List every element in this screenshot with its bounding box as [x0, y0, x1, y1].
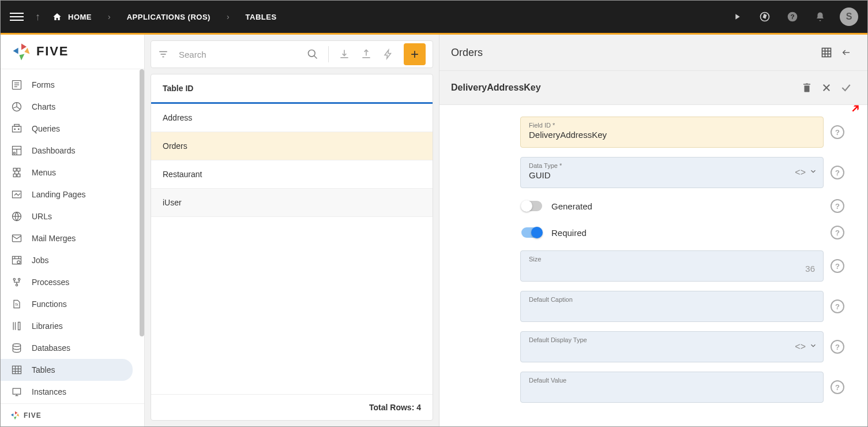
help-icon[interactable]: ? — [831, 299, 844, 313]
add-button[interactable]: + — [404, 43, 426, 65]
close-icon[interactable] — [817, 78, 836, 98]
sidebar-item-processes[interactable]: Processes — [1, 271, 144, 293]
breadcrumb-home-label: HOME — [68, 13, 92, 21]
sidebar-item-menus[interactable]: Menus — [1, 162, 144, 183]
explore-icon[interactable] — [757, 9, 773, 25]
help-icon[interactable]: ? — [831, 340, 844, 354]
libraries-icon — [10, 320, 24, 332]
generated-toggle[interactable] — [521, 201, 542, 211]
sidebar-item-label: Databases — [32, 343, 70, 353]
table-row[interactable]: Address — [151, 104, 433, 132]
sidebar-footer: FIVE — [1, 403, 144, 426]
svg-point-33 — [16, 284, 17, 286]
bolt-icon[interactable] — [379, 46, 397, 63]
sidebar-item-mail-merges[interactable]: Mail Merges — [1, 227, 144, 249]
data-type-select[interactable]: Data Type * GUID <> — [520, 157, 824, 188]
sidebar-item-jobs[interactable]: Jobs — [1, 249, 144, 271]
help-icon[interactable]: ? — [831, 226, 844, 239]
svg-rect-41 — [13, 388, 20, 394]
data-type-value: GUID — [529, 170, 815, 182]
svg-text:fx: fx — [16, 302, 19, 306]
code-icon[interactable]: <> — [795, 167, 806, 178]
sidebar-item-libraries[interactable]: Libraries — [1, 315, 144, 337]
logo: FIVE — [1, 35, 144, 69]
list-panel: + Table ID AddressOrdersRestaurantiUser … — [145, 35, 439, 426]
grid-view-icon[interactable] — [817, 43, 836, 62]
chevron-down-icon[interactable] — [809, 342, 817, 352]
sidebar-item-forms[interactable]: Forms — [1, 74, 144, 96]
help-icon[interactable]: ? — [831, 380, 844, 394]
svg-point-32 — [18, 278, 20, 280]
back-arrow-icon[interactable] — [836, 43, 856, 62]
sidebar-item-databases[interactable]: Databases — [1, 337, 144, 359]
menu-button[interactable] — [10, 10, 24, 24]
svg-point-31 — [13, 278, 15, 280]
confirm-check-icon[interactable] — [836, 78, 856, 98]
sidebar-item-resources[interactable]: Resources — [1, 403, 144, 403]
sidebar-item-label: Queries — [32, 124, 60, 133]
help-icon[interactable]: ? — [831, 125, 844, 139]
five-wordmark: FIVE — [36, 43, 100, 61]
search-input[interactable] — [176, 45, 299, 64]
svg-rect-9 — [14, 125, 19, 126]
size-input[interactable]: Size 36 — [520, 250, 824, 282]
default-display-type-select[interactable]: Default Display Type <> — [520, 331, 824, 362]
breadcrumb-app[interactable]: APPLICATIONS (ROS) — [127, 13, 211, 21]
required-toggle[interactable] — [521, 227, 542, 238]
delete-icon[interactable] — [797, 78, 817, 98]
processes-icon — [10, 276, 24, 289]
field-id-input[interactable]: Field ID * DeliveryAddressKey — [520, 117, 824, 148]
sidebar-item-urls[interactable]: URLs — [1, 205, 144, 227]
breadcrumb-home[interactable]: HOME — [52, 12, 92, 21]
sidebar-item-instances[interactable]: Instances — [1, 381, 144, 403]
table-row[interactable]: iUser — [151, 189, 433, 217]
sidebar-item-dashboards[interactable]: Dashboards — [1, 140, 144, 162]
instances-icon — [10, 385, 24, 398]
sidebar-item-label: URLs — [32, 212, 52, 221]
export-icon[interactable] — [358, 46, 375, 63]
help-icon[interactable]: ? — [831, 259, 844, 273]
help-icon[interactable]: ? — [831, 199, 844, 213]
svg-rect-52 — [822, 48, 831, 57]
svg-rect-19 — [17, 174, 20, 177]
detail-subheader: DeliveryAddressKey ➔ — [439, 71, 867, 105]
sidebar-item-queries[interactable]: Queries — [1, 118, 144, 140]
sidebar-item-functions[interactable]: fxFunctions — [1, 293, 144, 315]
svg-text:FIVE: FIVE — [36, 44, 69, 58]
breadcrumb-page[interactable]: TABLES — [246, 13, 277, 21]
default-caption-label: Default Caption — [529, 296, 815, 303]
size-label: Size — [529, 256, 815, 263]
sidebar-item-label: Forms — [32, 80, 55, 89]
help-icon[interactable]: ? — [831, 166, 844, 179]
detail-header: Orders — [439, 35, 867, 71]
table-column-header[interactable]: Table ID — [151, 74, 433, 104]
default-caption-input[interactable]: Default Caption — [520, 291, 824, 322]
default-value-input[interactable]: Default Value — [520, 372, 824, 403]
filter-icon[interactable] — [158, 49, 168, 59]
up-arrow-icon[interactable]: ↑ — [35, 11, 40, 23]
play-icon[interactable] — [729, 9, 745, 25]
table-row[interactable]: Orders — [151, 132, 433, 160]
sidebar-item-label: Jobs — [32, 256, 49, 265]
nav-list: FormsChartsQueriesDashboardsMenusLanding… — [1, 69, 144, 403]
generated-label: Generated — [551, 201, 592, 211]
table-row[interactable]: Restaurant — [151, 160, 433, 189]
sidebar-item-charts[interactable]: Charts — [1, 96, 144, 118]
svg-point-10 — [14, 129, 16, 130]
sidebar-item-tables[interactable]: Tables — [1, 359, 133, 381]
table-footer: Total Rows: 4 — [151, 394, 433, 420]
search-icon[interactable] — [304, 46, 321, 63]
import-icon[interactable] — [336, 46, 353, 63]
sidebar-item-landing-pages[interactable]: Landing Pages — [1, 183, 144, 205]
sidebar-item-label: Menus — [32, 168, 56, 177]
data-type-label: Data Type * — [529, 162, 815, 169]
bell-icon[interactable] — [812, 9, 828, 25]
chevron-down-icon[interactable] — [809, 167, 817, 178]
sidebar-item-label: Processes — [32, 278, 69, 287]
sidebar-item-label: Dashboards — [32, 146, 76, 155]
help-icon[interactable]: ? — [784, 9, 801, 25]
scrollbar[interactable] — [140, 69, 144, 336]
code-icon[interactable]: <> — [795, 342, 806, 352]
functions-icon: fx — [10, 298, 24, 310]
avatar[interactable]: S — [840, 8, 858, 26]
